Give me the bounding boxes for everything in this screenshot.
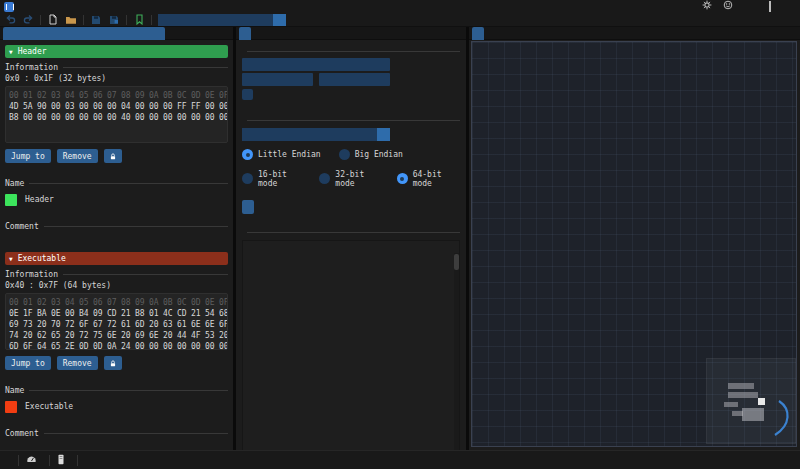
hex-row[interactable]: B8 00 00 00 00 00 00 00 40 00 00 00 00 0… [9, 112, 224, 123]
toolbar [0, 13, 800, 27]
bookmark-name-value: Executable [25, 402, 73, 411]
bookmarks-panel: ▼HeaderInformation0x0 : 0x1F (32 bytes)0… [0, 27, 233, 450]
menu-view[interactable] [49, 6, 53, 8]
open-folder-icon[interactable] [65, 14, 77, 25]
data-processor-tab-bar [469, 27, 800, 40]
bookmark-collapse-header[interactable]: ▼Executable [5, 252, 228, 265]
disassembly-table [242, 240, 460, 450]
bookmark-title: Executable [18, 254, 66, 263]
scrollbar[interactable] [454, 253, 459, 450]
jump-to-button[interactable]: Jump to [5, 356, 51, 370]
lock-button[interactable] [104, 356, 122, 370]
menu-edit[interactable] [36, 6, 40, 8]
endian-radio-group: Little EndianBig Endian [242, 149, 460, 160]
mode-radio-group: 16-bit mode32-bit mode64-bit mode [242, 173, 460, 184]
hex-row[interactable]: 74 20 62 65 20 72 75 6E 20 69 6E 20 44 4… [9, 330, 224, 341]
memory-indicator [57, 454, 70, 467]
undo-icon[interactable] [4, 14, 16, 25]
menu-file[interactable] [23, 6, 27, 8]
scrollbar-thumb[interactable] [454, 254, 459, 270]
tab-disassembler[interactable] [239, 27, 251, 40]
hex-preview: 00 01 02 03 04 05 06 07 08 09 0A 0B 0C 0… [5, 293, 228, 350]
disassembly-section-label [242, 226, 460, 238]
new-file-icon[interactable] [47, 14, 59, 25]
bookmark-icon[interactable] [133, 14, 145, 25]
disassembler-panel: Little EndianBig Endian 16-bit mode32-bi… [236, 27, 466, 450]
base-address-input[interactable] [242, 58, 390, 71]
mode-radio-0[interactable]: 16-bit mode [242, 173, 305, 184]
minimap[interactable] [706, 358, 796, 444]
mode-label: 16-bit mode [258, 170, 305, 188]
feedback-smiley-icon[interactable] [722, 0, 734, 14]
endian-radio-0[interactable]: Little Endian [242, 149, 321, 160]
save-icon[interactable] [90, 14, 102, 25]
bookmark-name-value: Header [25, 195, 54, 204]
hex-row[interactable]: 0E 1F BA 0E 00 B4 09 CD 21 B8 01 4C CD 2… [9, 308, 224, 319]
bookmark-range: 0x0 : 0x1F (32 bytes) [5, 73, 228, 84]
mode-radio-1[interactable]: 32-bit mode [319, 173, 382, 184]
bookmark-title: Header [18, 47, 47, 56]
match-selection-checkbox[interactable] [242, 89, 253, 100]
endian-radio-1[interactable]: Big Endian [339, 149, 403, 160]
bookmark-color-swatch[interactable] [5, 194, 17, 206]
disassembler-tab-bar [236, 27, 466, 40]
dock-area: ▼HeaderInformation0x0 : 0x1F (32 bytes)0… [0, 27, 800, 450]
menu-help[interactable] [62, 6, 66, 8]
hex-row[interactable]: 6D 6F 64 65 2E 0D 0D 0A 24 00 00 00 00 0… [9, 341, 224, 350]
chevron-down-icon [273, 14, 286, 26]
information-label: Information [5, 268, 228, 280]
settings-section-label [242, 114, 460, 126]
bookmarks-tab-bar [0, 27, 233, 40]
menu-bar [0, 0, 800, 13]
name-label: Name [5, 384, 228, 396]
node-canvas[interactable] [471, 41, 797, 447]
architecture-select[interactable] [242, 128, 390, 141]
load-indicator [26, 454, 42, 466]
chevron-down-icon: ▼ [9, 255, 13, 262]
data-processor-panel [469, 27, 800, 450]
hex-row[interactable]: 4D 5A 90 00 03 00 00 00 04 00 00 00 FF F… [9, 101, 224, 112]
remove-button[interactable]: Remove [57, 356, 98, 370]
tab-data-processor[interactable] [472, 27, 484, 40]
disassemble-button[interactable] [242, 200, 254, 214]
chevron-down-icon: ▼ [9, 48, 13, 55]
bookmark-entry: ▼HeaderInformation0x0 : 0x1F (32 bytes)0… [5, 45, 228, 252]
redo-icon[interactable] [22, 14, 34, 25]
hex-column-header: 00 01 02 03 04 05 06 07 08 09 0A 0B 0C 0… [9, 90, 224, 101]
hex-column-header: 00 01 02 03 04 05 06 07 08 09 0A 0B 0C 0… [9, 297, 224, 308]
code-region-start-input[interactable] [242, 73, 313, 86]
gauge-icon [26, 454, 37, 466]
mode-label: 32-bit mode [335, 170, 382, 188]
mode-radio-2[interactable]: 64-bit mode [397, 173, 460, 184]
bookmark-color-swatch[interactable] [5, 401, 17, 413]
bookmarks-list: ▼HeaderInformation0x0 : 0x1F (32 bytes)0… [0, 40, 233, 439]
mode-label: 64-bit mode [413, 170, 460, 188]
comment-label: Comment [5, 427, 228, 439]
loaded-file-selector[interactable] [158, 14, 286, 26]
save-as-icon[interactable] [108, 14, 120, 25]
jump-to-button[interactable]: Jump to [5, 149, 51, 163]
endian-label: Little Endian [258, 150, 321, 159]
maximize-button[interactable] [764, 1, 776, 13]
position-section-label [242, 45, 460, 57]
status-bar [0, 450, 800, 469]
hex-preview: 00 01 02 03 04 05 06 07 08 09 0A 0B 0C 0… [5, 86, 228, 143]
chevron-down-icon [377, 128, 390, 141]
lock-button[interactable] [104, 149, 122, 163]
settings-gear-icon[interactable] [701, 0, 713, 14]
bookmark-entry: ▼ExecutableInformation0x40 : 0x7F (64 by… [5, 252, 228, 439]
memory-stick-icon [57, 454, 65, 467]
remove-button[interactable]: Remove [57, 149, 98, 163]
hex-row[interactable]: 69 73 20 70 72 6F 67 72 61 6D 20 63 61 6… [9, 319, 224, 330]
bookmark-range: 0x40 : 0x7F (64 bytes) [5, 280, 228, 291]
minimap-wire [707, 359, 797, 445]
bookmark-collapse-header[interactable]: ▼Header [5, 45, 228, 58]
code-region-end-input[interactable] [319, 73, 390, 86]
information-label: Information [5, 61, 228, 73]
comment-label: Comment [5, 220, 228, 232]
app-logo-icon [4, 2, 14, 12]
name-label: Name [5, 177, 228, 189]
imhex-window: ▼HeaderInformation0x0 : 0x1F (32 bytes)0… [0, 0, 800, 469]
tab-bookmarks[interactable] [3, 27, 165, 40]
endian-label: Big Endian [355, 150, 403, 159]
